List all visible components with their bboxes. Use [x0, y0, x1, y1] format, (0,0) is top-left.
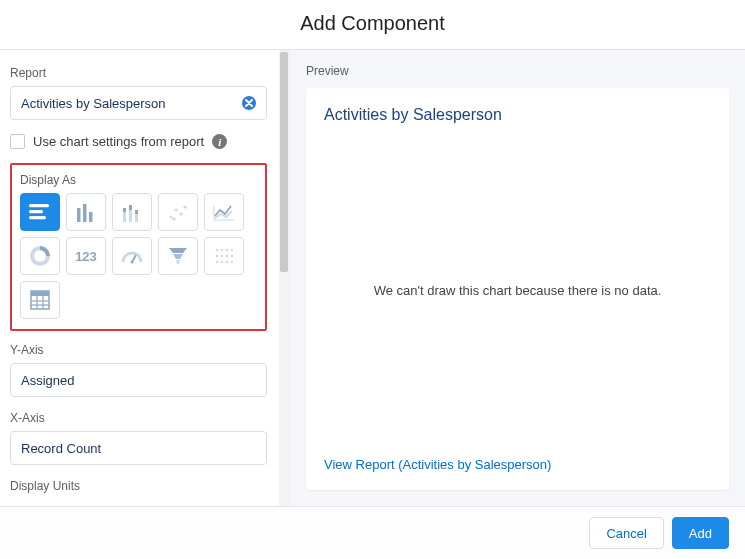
heatmap-icon	[213, 246, 235, 266]
svg-rect-5	[83, 204, 87, 222]
svg-rect-7	[123, 212, 126, 222]
display-as-label: Display As	[20, 173, 257, 187]
svg-rect-39	[31, 291, 49, 296]
use-chart-settings-row[interactable]: Use chart settings from report i	[10, 134, 267, 149]
x-axis-label: X-Axis	[10, 411, 267, 425]
svg-point-34	[216, 261, 218, 263]
chart-type-funnel[interactable]	[158, 237, 198, 275]
scatter-icon	[167, 202, 189, 222]
left-panel: Report Activities by Salesperson Use cha…	[0, 50, 279, 506]
svg-point-22	[131, 261, 134, 264]
clear-report-icon[interactable]	[240, 94, 258, 112]
svg-rect-1	[29, 204, 49, 207]
preview-title: Activities by Salesperson	[324, 106, 711, 124]
chart-type-heatmap[interactable]	[204, 237, 244, 275]
svg-point-29	[231, 249, 233, 251]
use-chart-settings-label: Use chart settings from report	[33, 134, 204, 149]
chart-type-table[interactable]	[20, 281, 60, 319]
chart-type-stacked-bar[interactable]	[112, 193, 152, 231]
svg-marker-25	[176, 260, 180, 264]
donut-icon	[29, 245, 51, 267]
modal-title: Add Component	[0, 12, 745, 35]
chart-type-metric[interactable]: 123	[66, 237, 106, 275]
chart-type-vertical-bar[interactable]	[66, 193, 106, 231]
chart-type-gauge[interactable]	[112, 237, 152, 275]
svg-rect-9	[129, 210, 132, 222]
view-report-link[interactable]: View Report (Activities by Salesperson)	[324, 449, 711, 472]
svg-point-31	[221, 255, 223, 257]
left-scroll-area: Report Activities by Salesperson Use cha…	[0, 50, 290, 506]
gauge-icon	[120, 247, 144, 265]
add-button[interactable]: Add	[672, 517, 729, 549]
chart-type-grid: 123	[20, 193, 257, 319]
display-units-label: Display Units	[10, 479, 267, 493]
chart-type-horizontal-bar[interactable]	[20, 193, 60, 231]
chart-type-scatter[interactable]	[158, 193, 198, 231]
svg-rect-11	[135, 214, 138, 222]
svg-point-33	[231, 255, 233, 257]
svg-point-15	[179, 212, 182, 215]
line-icon	[212, 202, 236, 222]
svg-point-16	[183, 205, 186, 208]
chart-type-donut[interactable]	[20, 237, 60, 275]
svg-rect-4	[77, 208, 81, 222]
svg-point-32	[226, 255, 228, 257]
svg-point-13	[169, 215, 172, 218]
table-icon	[30, 290, 50, 310]
use-chart-settings-checkbox[interactable]	[10, 134, 25, 149]
svg-rect-3	[29, 216, 46, 219]
svg-rect-6	[89, 212, 93, 222]
svg-point-27	[221, 249, 223, 251]
metric-icon: 123	[75, 249, 97, 264]
preview-empty-message: We can't draw this chart because there i…	[324, 132, 711, 449]
cancel-button[interactable]: Cancel	[589, 517, 663, 549]
svg-rect-10	[129, 205, 132, 210]
scroll-thumb[interactable]	[280, 52, 288, 272]
svg-point-26	[216, 249, 218, 251]
preview-panel: Preview Activities by Salesperson We can…	[290, 50, 745, 506]
svg-rect-8	[123, 208, 126, 212]
preview-card: Activities by Salesperson We can't draw …	[306, 88, 729, 490]
y-axis-label: Y-Axis	[10, 343, 267, 357]
horizontal-bar-icon	[29, 203, 51, 221]
footer: Cancel Add	[0, 506, 745, 559]
y-axis-value: Assigned	[21, 373, 74, 388]
report-label: Report	[10, 66, 267, 80]
left-scrollbar[interactable]	[279, 50, 289, 506]
x-axis-input[interactable]: Record Count	[10, 431, 267, 465]
svg-point-28	[226, 249, 228, 251]
chart-type-line[interactable]	[204, 193, 244, 231]
svg-marker-24	[173, 254, 183, 259]
info-icon[interactable]: i	[212, 134, 227, 149]
stacked-bar-icon	[121, 202, 143, 222]
svg-point-17	[172, 217, 175, 220]
svg-rect-2	[29, 210, 43, 213]
svg-point-30	[216, 255, 218, 257]
svg-point-35	[221, 261, 223, 263]
svg-point-14	[174, 208, 177, 211]
modal-header: Add Component	[0, 0, 745, 50]
report-value: Activities by Salesperson	[21, 96, 166, 111]
vertical-bar-icon	[75, 202, 97, 222]
x-axis-value: Record Count	[21, 441, 101, 456]
report-input[interactable]: Activities by Salesperson	[10, 86, 267, 120]
preview-section-label: Preview	[306, 64, 729, 78]
display-as-section: Display As	[10, 163, 267, 331]
funnel-icon	[168, 247, 188, 265]
svg-point-36	[226, 261, 228, 263]
svg-point-37	[231, 261, 233, 263]
y-axis-input[interactable]: Assigned	[10, 363, 267, 397]
svg-rect-12	[135, 210, 138, 214]
svg-marker-23	[169, 248, 187, 253]
main-content: Report Activities by Salesperson Use cha…	[0, 50, 745, 506]
